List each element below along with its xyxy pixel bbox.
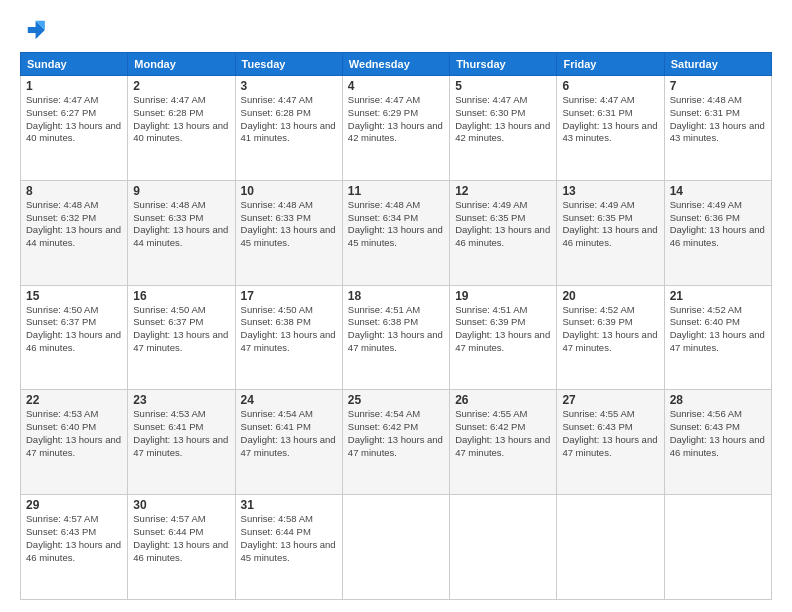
calendar-cell: 29 Sunrise: 4:57 AM Sunset: 6:43 PM Dayl… (21, 495, 128, 600)
calendar-cell: 31 Sunrise: 4:58 AM Sunset: 6:44 PM Dayl… (235, 495, 342, 600)
day-number: 17 (241, 289, 337, 303)
day-number: 9 (133, 184, 229, 198)
day-info: Sunrise: 4:53 AM Sunset: 6:40 PM Dayligh… (26, 408, 122, 459)
day-number: 14 (670, 184, 766, 198)
day-number: 30 (133, 498, 229, 512)
day-info: Sunrise: 4:52 AM Sunset: 6:40 PM Dayligh… (670, 304, 766, 355)
calendar-cell: 6 Sunrise: 4:47 AM Sunset: 6:31 PM Dayli… (557, 76, 664, 181)
calendar-week-row: 1 Sunrise: 4:47 AM Sunset: 6:27 PM Dayli… (21, 76, 772, 181)
day-info: Sunrise: 4:47 AM Sunset: 6:29 PM Dayligh… (348, 94, 444, 145)
day-info: Sunrise: 4:48 AM Sunset: 6:32 PM Dayligh… (26, 199, 122, 250)
calendar-cell: 30 Sunrise: 4:57 AM Sunset: 6:44 PM Dayl… (128, 495, 235, 600)
calendar-cell: 26 Sunrise: 4:55 AM Sunset: 6:42 PM Dayl… (450, 390, 557, 495)
day-number: 27 (562, 393, 658, 407)
day-info: Sunrise: 4:48 AM Sunset: 6:33 PM Dayligh… (241, 199, 337, 250)
day-info: Sunrise: 4:47 AM Sunset: 6:27 PM Dayligh… (26, 94, 122, 145)
day-number: 15 (26, 289, 122, 303)
day-info: Sunrise: 4:48 AM Sunset: 6:31 PM Dayligh… (670, 94, 766, 145)
day-header-monday: Monday (128, 53, 235, 76)
day-info: Sunrise: 4:47 AM Sunset: 6:31 PM Dayligh… (562, 94, 658, 145)
day-number: 26 (455, 393, 551, 407)
day-number: 21 (670, 289, 766, 303)
calendar-cell: 5 Sunrise: 4:47 AM Sunset: 6:30 PM Dayli… (450, 76, 557, 181)
calendar-cell: 3 Sunrise: 4:47 AM Sunset: 6:28 PM Dayli… (235, 76, 342, 181)
day-info: Sunrise: 4:47 AM Sunset: 6:28 PM Dayligh… (133, 94, 229, 145)
day-number: 16 (133, 289, 229, 303)
day-info: Sunrise: 4:54 AM Sunset: 6:41 PM Dayligh… (241, 408, 337, 459)
calendar-cell: 9 Sunrise: 4:48 AM Sunset: 6:33 PM Dayli… (128, 180, 235, 285)
day-number: 4 (348, 79, 444, 93)
day-header-wednesday: Wednesday (342, 53, 449, 76)
day-number: 25 (348, 393, 444, 407)
calendar-cell: 12 Sunrise: 4:49 AM Sunset: 6:35 PM Dayl… (450, 180, 557, 285)
calendar-cell: 15 Sunrise: 4:50 AM Sunset: 6:37 PM Dayl… (21, 285, 128, 390)
calendar-cell: 14 Sunrise: 4:49 AM Sunset: 6:36 PM Dayl… (664, 180, 771, 285)
calendar-cell: 16 Sunrise: 4:50 AM Sunset: 6:37 PM Dayl… (128, 285, 235, 390)
calendar-cell: 21 Sunrise: 4:52 AM Sunset: 6:40 PM Dayl… (664, 285, 771, 390)
day-number: 10 (241, 184, 337, 198)
day-number: 31 (241, 498, 337, 512)
page: SundayMondayTuesdayWednesdayThursdayFrid… (0, 0, 792, 612)
calendar-cell: 22 Sunrise: 4:53 AM Sunset: 6:40 PM Dayl… (21, 390, 128, 495)
calendar-cell: 17 Sunrise: 4:50 AM Sunset: 6:38 PM Dayl… (235, 285, 342, 390)
header (20, 16, 772, 44)
day-number: 23 (133, 393, 229, 407)
day-info: Sunrise: 4:55 AM Sunset: 6:42 PM Dayligh… (455, 408, 551, 459)
day-info: Sunrise: 4:49 AM Sunset: 6:35 PM Dayligh… (562, 199, 658, 250)
calendar-cell: 23 Sunrise: 4:53 AM Sunset: 6:41 PM Dayl… (128, 390, 235, 495)
day-number: 2 (133, 79, 229, 93)
day-number: 5 (455, 79, 551, 93)
day-info: Sunrise: 4:56 AM Sunset: 6:43 PM Dayligh… (670, 408, 766, 459)
day-number: 24 (241, 393, 337, 407)
day-header-sunday: Sunday (21, 53, 128, 76)
calendar-cell: 2 Sunrise: 4:47 AM Sunset: 6:28 PM Dayli… (128, 76, 235, 181)
calendar-cell: 27 Sunrise: 4:55 AM Sunset: 6:43 PM Dayl… (557, 390, 664, 495)
day-info: Sunrise: 4:48 AM Sunset: 6:34 PM Dayligh… (348, 199, 444, 250)
day-info: Sunrise: 4:47 AM Sunset: 6:28 PM Dayligh… (241, 94, 337, 145)
day-number: 3 (241, 79, 337, 93)
day-info: Sunrise: 4:51 AM Sunset: 6:38 PM Dayligh… (348, 304, 444, 355)
calendar-cell: 24 Sunrise: 4:54 AM Sunset: 6:41 PM Dayl… (235, 390, 342, 495)
day-number: 19 (455, 289, 551, 303)
day-info: Sunrise: 4:57 AM Sunset: 6:43 PM Dayligh… (26, 513, 122, 564)
day-number: 6 (562, 79, 658, 93)
day-number: 8 (26, 184, 122, 198)
day-info: Sunrise: 4:54 AM Sunset: 6:42 PM Dayligh… (348, 408, 444, 459)
calendar-cell: 8 Sunrise: 4:48 AM Sunset: 6:32 PM Dayli… (21, 180, 128, 285)
day-info: Sunrise: 4:50 AM Sunset: 6:37 PM Dayligh… (133, 304, 229, 355)
day-info: Sunrise: 4:53 AM Sunset: 6:41 PM Dayligh… (133, 408, 229, 459)
day-number: 12 (455, 184, 551, 198)
calendar-week-row: 22 Sunrise: 4:53 AM Sunset: 6:40 PM Dayl… (21, 390, 772, 495)
calendar-cell: 28 Sunrise: 4:56 AM Sunset: 6:43 PM Dayl… (664, 390, 771, 495)
day-info: Sunrise: 4:50 AM Sunset: 6:37 PM Dayligh… (26, 304, 122, 355)
day-header-friday: Friday (557, 53, 664, 76)
calendar-cell: 7 Sunrise: 4:48 AM Sunset: 6:31 PM Dayli… (664, 76, 771, 181)
calendar-table: SundayMondayTuesdayWednesdayThursdayFrid… (20, 52, 772, 600)
day-number: 20 (562, 289, 658, 303)
day-info: Sunrise: 4:48 AM Sunset: 6:33 PM Dayligh… (133, 199, 229, 250)
day-header-thursday: Thursday (450, 53, 557, 76)
day-info: Sunrise: 4:51 AM Sunset: 6:39 PM Dayligh… (455, 304, 551, 355)
header-row: SundayMondayTuesdayWednesdayThursdayFrid… (21, 53, 772, 76)
day-number: 13 (562, 184, 658, 198)
generalblue-logo-icon (20, 16, 48, 44)
day-number: 22 (26, 393, 122, 407)
day-header-saturday: Saturday (664, 53, 771, 76)
day-header-tuesday: Tuesday (235, 53, 342, 76)
calendar-cell: 1 Sunrise: 4:47 AM Sunset: 6:27 PM Dayli… (21, 76, 128, 181)
day-info: Sunrise: 4:50 AM Sunset: 6:38 PM Dayligh… (241, 304, 337, 355)
calendar-cell: 18 Sunrise: 4:51 AM Sunset: 6:38 PM Dayl… (342, 285, 449, 390)
calendar-cell (342, 495, 449, 600)
day-info: Sunrise: 4:49 AM Sunset: 6:36 PM Dayligh… (670, 199, 766, 250)
calendar-cell (450, 495, 557, 600)
day-info: Sunrise: 4:57 AM Sunset: 6:44 PM Dayligh… (133, 513, 229, 564)
calendar-week-row: 29 Sunrise: 4:57 AM Sunset: 6:43 PM Dayl… (21, 495, 772, 600)
calendar-cell (557, 495, 664, 600)
calendar-cell: 4 Sunrise: 4:47 AM Sunset: 6:29 PM Dayli… (342, 76, 449, 181)
day-info: Sunrise: 4:55 AM Sunset: 6:43 PM Dayligh… (562, 408, 658, 459)
calendar-week-row: 8 Sunrise: 4:48 AM Sunset: 6:32 PM Dayli… (21, 180, 772, 285)
calendar-cell: 25 Sunrise: 4:54 AM Sunset: 6:42 PM Dayl… (342, 390, 449, 495)
calendar-cell: 19 Sunrise: 4:51 AM Sunset: 6:39 PM Dayl… (450, 285, 557, 390)
day-info: Sunrise: 4:47 AM Sunset: 6:30 PM Dayligh… (455, 94, 551, 145)
day-info: Sunrise: 4:52 AM Sunset: 6:39 PM Dayligh… (562, 304, 658, 355)
